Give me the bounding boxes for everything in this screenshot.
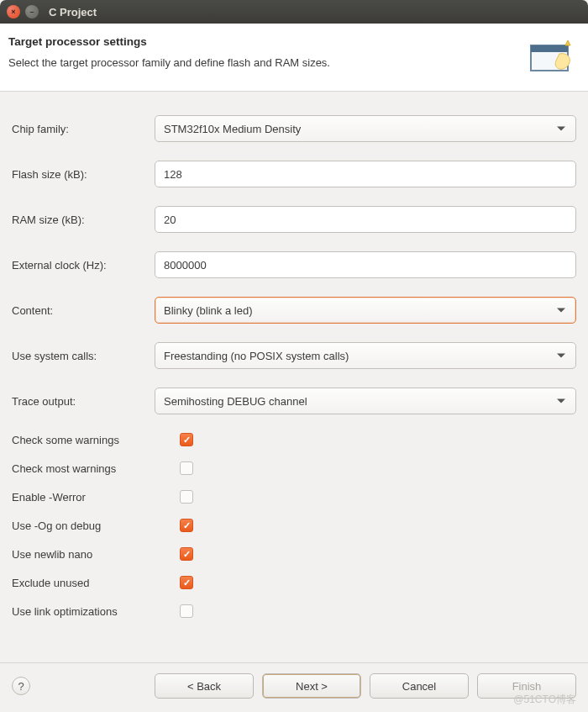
svg-rect-1 xyxy=(531,45,568,52)
use-link-optimizations-checkbox[interactable] xyxy=(180,604,193,618)
enable-werror-label: Enable -Werror xyxy=(12,491,180,504)
check-some-warnings-label: Check some warnings xyxy=(12,434,180,446)
system-calls-select[interactable]: Freestanding (no POSIX system calls) xyxy=(155,342,576,369)
content-value: Blinky (blink a led) xyxy=(164,304,253,317)
external-clock-input[interactable] xyxy=(155,251,576,278)
next-button[interactable]: Next > xyxy=(262,673,361,699)
trace-output-label: Trace output: xyxy=(12,395,155,408)
system-calls-value: Freestanding (no POSIX system calls) xyxy=(164,350,349,362)
chip-family-select[interactable]: STM32f10x Medium Density xyxy=(155,115,576,142)
close-icon[interactable]: × xyxy=(7,5,20,18)
finish-button: Finish xyxy=(477,673,576,699)
ram-size-input[interactable] xyxy=(155,206,576,233)
content-label: Content: xyxy=(12,304,155,317)
help-icon[interactable]: ? xyxy=(12,677,30,695)
use-newlib-nano-checkbox[interactable] xyxy=(180,547,193,561)
external-clock-label: External clock (Hz): xyxy=(12,259,155,272)
use-newlib-nano-label: Use newlib nano xyxy=(12,548,180,561)
wizard-banner-icon xyxy=(526,35,576,77)
flash-size-input[interactable] xyxy=(155,161,576,187)
chip-family-label: Chip family: xyxy=(12,123,155,135)
wizard-body: Chip family: STM32f10x Medium Density Fl… xyxy=(0,92,588,662)
system-calls-label: Use system calls: xyxy=(12,350,155,362)
use-og-debug-checkbox[interactable] xyxy=(180,519,193,532)
check-some-warnings-checkbox[interactable] xyxy=(180,433,193,446)
titlebar: × – C Project xyxy=(0,0,588,24)
wizard-footer: ? < Back Next > Cancel Finish xyxy=(0,662,588,712)
use-link-optimizations-label: Use link optimizations xyxy=(12,605,180,618)
window-controls: × – xyxy=(7,5,39,18)
check-most-warnings-checkbox[interactable] xyxy=(180,461,193,475)
exclude-unused-label: Exclude unused xyxy=(12,577,180,589)
page-subtitle: Select the target processor family and d… xyxy=(8,56,330,69)
cancel-button[interactable]: Cancel xyxy=(370,673,469,699)
svg-marker-2 xyxy=(565,40,570,45)
content-select[interactable]: Blinky (blink a led) xyxy=(155,297,576,324)
flash-size-label: Flash size (kB): xyxy=(12,168,155,181)
window-title: C Project xyxy=(49,6,97,18)
chip-family-value: STM32f10x Medium Density xyxy=(164,123,301,135)
trace-output-value: Semihosting DEBUG channel xyxy=(164,395,307,408)
check-most-warnings-label: Check most warnings xyxy=(12,462,180,475)
ram-size-label: RAM size (kB): xyxy=(12,214,155,226)
back-button[interactable]: < Back xyxy=(155,673,254,699)
exclude-unused-checkbox[interactable] xyxy=(180,576,193,589)
trace-output-select[interactable]: Semihosting DEBUG channel xyxy=(155,388,576,414)
enable-werror-checkbox[interactable] xyxy=(180,490,193,504)
minimize-icon[interactable]: – xyxy=(25,5,39,18)
wizard-header: Target processor settings Select the tar… xyxy=(0,24,588,92)
use-og-debug-label: Use -Og on debug xyxy=(12,519,180,532)
page-title: Target processor settings xyxy=(8,35,330,48)
